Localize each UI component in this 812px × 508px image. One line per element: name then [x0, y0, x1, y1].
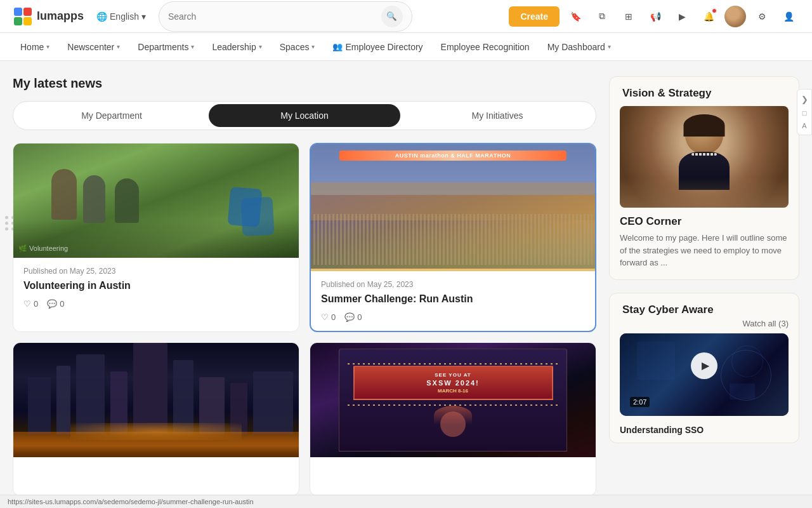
megaphone-icon: 📢: [650, 11, 661, 22]
nav-spaces-chevron: ▾: [311, 43, 315, 50]
bookmark-button[interactable]: 🔖: [565, 6, 586, 27]
content-area: My latest news My Department My Location…: [13, 76, 596, 496]
news-card-marathon[interactable]: AUSTIN marathon & HALF MARATHON Publishe…: [310, 143, 596, 332]
layers-button[interactable]: ⧉: [591, 6, 613, 27]
comment-icon: 💬: [47, 299, 57, 309]
card-body-sxsw: [310, 457, 596, 495]
tab-my-department[interactable]: My Department: [16, 104, 207, 127]
nav-dashboard-chevron: ▾: [608, 43, 611, 50]
topbar-actions: Create 🔖 ⧉ ⊞ 📢 ▶ 🔔 ⚙ 👤: [509, 6, 799, 27]
grid-icon: ⊞: [625, 11, 632, 22]
tab-my-initiatives[interactable]: My Initiatives: [402, 104, 593, 127]
nav-leadership[interactable]: Leadership ▾: [204, 37, 269, 57]
settings-button[interactable]: ⚙: [751, 6, 773, 27]
comment-count-volunteering: 0: [60, 299, 64, 309]
nav-newscenter-label: Newscenter: [67, 42, 114, 52]
nav-my-dashboard[interactable]: My Dashboard ▾: [540, 37, 619, 57]
watch-all-button[interactable]: Watch all (3): [610, 319, 799, 333]
like-count-marathon: 0: [331, 312, 336, 322]
nav-my-dashboard-label: My Dashboard: [547, 42, 605, 52]
cyber-video-card[interactable]: ▶ 2:07: [620, 333, 789, 416]
nav-employee-recognition[interactable]: Employee Recognition: [433, 37, 537, 57]
nav-home[interactable]: Home ▾: [13, 37, 57, 57]
section-title: My latest news: [13, 76, 596, 91]
video-duration: 2:07: [630, 397, 650, 407]
comment-count-marathon: 0: [357, 312, 362, 322]
lang-chevron-icon: ▾: [141, 11, 146, 22]
like-count-volunteering: 0: [34, 299, 38, 309]
card-image-marathon: AUSTIN marathon & HALF MARATHON: [311, 144, 595, 271]
ceo-excerpt: Welcome to my page. Here I will outline …: [620, 232, 789, 269]
card-body-volunteering: Published on May 25, 2023 Volunteering i…: [13, 258, 299, 318]
status-bar: https://sites-us.lumapps.com/a/sedemo/se…: [0, 495, 812, 508]
card-title-marathon: Summer Challenge: Run Austin: [321, 293, 585, 306]
card-actions-marathon: ♡ 0 💬 0: [321, 312, 585, 322]
nav-spaces-label: Spaces: [280, 42, 310, 52]
play-icon: ▶: [679, 11, 686, 22]
svg-rect-2: [14, 17, 22, 25]
nav-leadership-label: Leadership: [212, 42, 256, 52]
logo-icon: [13, 6, 33, 27]
news-card-city[interactable]: [13, 342, 299, 496]
card-like-marathon[interactable]: ♡ 0: [321, 312, 336, 322]
news-card-volunteering[interactable]: Published on May 25, 2023 Volunteering i…: [13, 143, 299, 332]
nav-newscenter-chevron: ▾: [117, 43, 120, 50]
sidebar: Vision & Strategy CEO Corner Welcome to …: [609, 76, 799, 496]
card-image-volunteering: [13, 144, 299, 258]
translate-panel-icon: A: [802, 122, 806, 130]
create-button[interactable]: Create: [509, 6, 560, 27]
video-overlay: ▶ 2:07: [620, 333, 789, 416]
card-comment-marathon[interactable]: 💬 0: [344, 312, 362, 322]
bookmark-icon: 🔖: [570, 11, 581, 22]
megaphone-button[interactable]: 📢: [645, 6, 666, 27]
nav-leadership-chevron: ▾: [259, 43, 262, 50]
tab-my-location[interactable]: My Location: [209, 104, 400, 127]
language-selector[interactable]: 🌐 English ▾: [91, 9, 151, 24]
play-button[interactable]: ▶: [671, 6, 693, 27]
video-play-button[interactable]: ▶: [691, 352, 717, 379]
grid-button[interactable]: ⊞: [618, 6, 639, 27]
nav-departments[interactable]: Departments ▾: [130, 37, 202, 57]
heart-icon: ♡: [23, 299, 31, 309]
card-body-city: [13, 457, 299, 495]
vision-strategy-body: CEO Corner Welcome to my page. Here I wi…: [610, 106, 799, 279]
ceo-image: [620, 106, 789, 208]
logo[interactable]: lumapps: [13, 6, 84, 27]
right-panel-toggle[interactable]: ❯ □ A: [797, 89, 812, 135]
card-date-volunteering: Published on May 25, 2023: [23, 267, 289, 276]
ceo-title: CEO Corner: [620, 215, 789, 228]
layers-icon: ⧉: [599, 11, 605, 22]
collapse-icon: ❯: [801, 95, 808, 104]
nav-newscenter[interactable]: Newscenter ▾: [60, 37, 128, 57]
card-comment-volunteering[interactable]: 💬 0: [47, 299, 64, 309]
cyber-aware-card: Stay Cyber Aware Watch all (3) ▶: [609, 293, 799, 443]
search-bar: 🔍: [159, 1, 412, 32]
nav-spaces[interactable]: Spaces ▾: [272, 37, 323, 57]
employee-dir-icon: 👥: [332, 42, 343, 51]
nav-employee-dir-label: Employee Directory: [345, 42, 422, 52]
video-title: Understanding SSO: [610, 418, 799, 443]
language-label: English: [110, 11, 139, 22]
cyber-header: Stay Cyber Aware: [610, 293, 799, 319]
notifications-button[interactable]: 🔔: [698, 6, 719, 27]
translate-icon: 🌐: [96, 11, 107, 22]
nav-employee-recognition-label: Employee Recognition: [441, 42, 530, 52]
news-card-sxsw[interactable]: SEE YOU AT SXSW 2024! MARCH 8-16: [310, 342, 596, 496]
search-icon: 🔍: [386, 11, 397, 21]
search-input[interactable]: [168, 11, 379, 22]
nav-departments-chevron: ▾: [191, 43, 194, 50]
card-like-volunteering[interactable]: ♡ 0: [23, 299, 38, 309]
comment-icon-marathon: 💬: [344, 312, 355, 322]
card-image-city: [13, 343, 299, 457]
main-layout: My latest news My Department My Location…: [0, 61, 812, 508]
cyber-title: Stay Cyber Aware: [622, 304, 786, 316]
news-grid: Published on May 25, 2023 Volunteering i…: [13, 143, 596, 496]
admin-button[interactable]: 👤: [778, 6, 799, 27]
nav-employee-directory[interactable]: 👥 Employee Directory: [325, 37, 430, 57]
search-button[interactable]: 🔍: [381, 6, 403, 27]
avatar[interactable]: [724, 6, 746, 27]
nav-home-chevron: ▾: [46, 43, 49, 50]
card-body-marathon: Published on May 25, 2023 Summer Challen…: [311, 271, 595, 331]
status-url: https://sites-us.lumapps.com/a/sedemo/se…: [8, 498, 254, 505]
notification-badge: [712, 8, 717, 13]
